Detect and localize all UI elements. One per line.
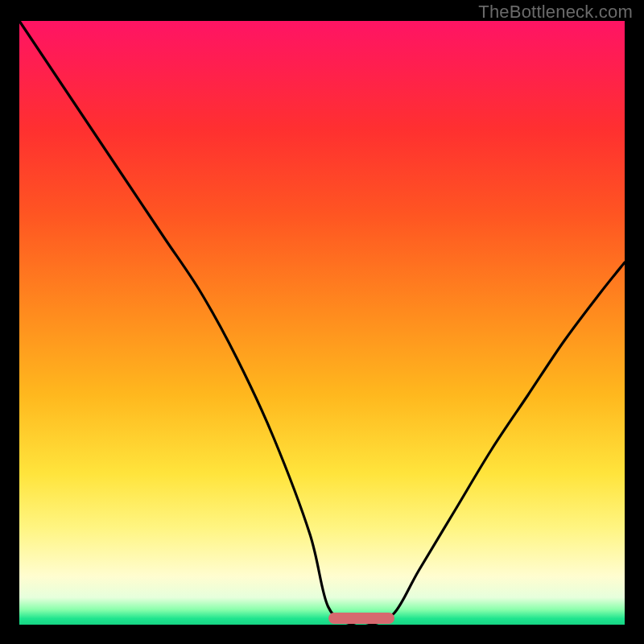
optimal-range-marker: [328, 613, 395, 624]
chart-frame: TheBottleneck.com: [0, 0, 644, 644]
curve-path: [19, 21, 625, 626]
watermark-text: TheBottleneck.com: [478, 2, 633, 23]
plot-area: [19, 21, 625, 625]
bottleneck-curve: [19, 21, 625, 625]
